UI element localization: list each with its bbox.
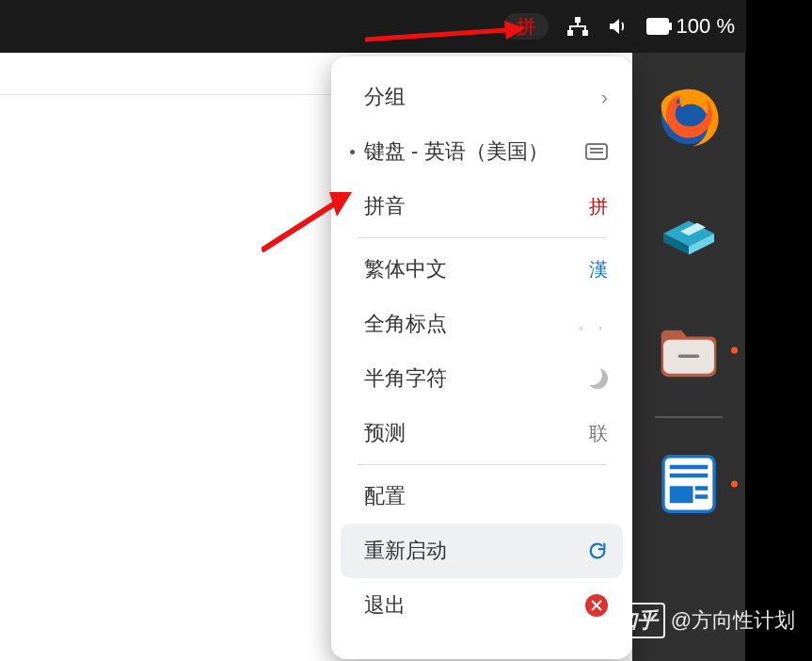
ime-indicator-label: 拼: [517, 14, 535, 40]
dock-running-dot: [731, 481, 738, 488]
dock-app-writer[interactable]: [655, 450, 723, 518]
volume-icon[interactable]: [607, 15, 629, 38]
menu-label: 拼音: [364, 192, 406, 220]
menu-label: 繁体中文: [364, 255, 447, 283]
svg-rect-7: [678, 355, 700, 358]
halfwidth-moon-icon: [587, 368, 608, 389]
network-icon[interactable]: [565, 15, 590, 38]
svg-rect-0: [575, 17, 581, 23]
watermark-logo: 知乎: [609, 603, 665, 638]
battery-text: 100 %: [677, 14, 735, 39]
menu-label: 配置: [364, 482, 406, 510]
menu-item-pinyin[interactable]: 拼音 拼: [341, 179, 623, 234]
svg-rect-13: [695, 494, 709, 499]
menu-label: 键盘 - 英语（美国）: [364, 137, 549, 166]
menu-separator: [358, 464, 606, 465]
svg-rect-3: [647, 19, 668, 34]
menu-label: 半角字符: [364, 364, 447, 393]
svg-rect-10: [670, 474, 709, 478]
fullwidth-badge: 。，: [578, 314, 608, 334]
close-icon: [585, 594, 608, 617]
svg-rect-1: [567, 30, 573, 36]
menu-label: 分组: [364, 83, 406, 111]
dock-running-dot: [731, 347, 738, 354]
active-bullet-icon: [350, 150, 355, 154]
menu-item-config[interactable]: 配置: [341, 469, 623, 524]
ime-indicator[interactable]: 拼: [503, 13, 549, 40]
svg-rect-9: [670, 465, 709, 470]
dock-app-firefox[interactable]: [655, 83, 723, 151]
ime-menu: 分组 › 键盘 - 英语（美国） 拼音 拼 繁体中文 漢 全角标点 。， 半角字…: [331, 56, 632, 659]
menu-label: 预测: [364, 419, 406, 447]
battery-indicator[interactable]: 100 %: [646, 14, 735, 39]
menu-label: 全角标点: [364, 310, 447, 338]
system-top-bar: 拼 100 %: [0, 0, 746, 53]
menu-label: 重新启动: [364, 537, 447, 565]
right-dock: [632, 53, 745, 661]
menu-item-halfwidth-char[interactable]: 半角字符: [341, 351, 623, 406]
svg-rect-11: [670, 486, 693, 503]
menu-item-traditional[interactable]: 繁体中文 漢: [341, 242, 623, 297]
menu-item-group[interactable]: 分组 ›: [341, 70, 623, 124]
dock-app-files[interactable]: [655, 316, 723, 384]
predict-badge: 联: [589, 421, 608, 446]
watermark-handle: @方向性计划: [671, 606, 795, 635]
watermark: 知乎 @方向性计划: [609, 603, 795, 638]
menu-item-keyboard-en[interactable]: 键盘 - 英语（美国）: [341, 124, 623, 179]
menu-label: 退出: [364, 591, 406, 620]
menu-item-restart[interactable]: 重新启动: [341, 524, 623, 578]
menu-item-quit[interactable]: 退出: [341, 578, 623, 633]
traditional-badge: 漢: [589, 257, 608, 282]
svg-rect-12: [695, 486, 709, 491]
dock-app-editor[interactable]: [655, 200, 723, 267]
dock-separator: [655, 416, 723, 418]
menu-item-predict[interactable]: 预测 联: [341, 406, 623, 460]
menu-separator: [358, 237, 606, 238]
svg-rect-4: [669, 23, 672, 30]
chevron-right-icon: ›: [601, 87, 608, 108]
svg-rect-2: [582, 30, 588, 36]
reload-icon: [587, 540, 608, 561]
pinyin-badge: 拼: [589, 194, 608, 219]
svg-rect-8: [663, 457, 714, 512]
keyboard-icon: [585, 143, 608, 160]
menu-item-fullwidth-punct[interactable]: 全角标点 。，: [341, 297, 623, 351]
